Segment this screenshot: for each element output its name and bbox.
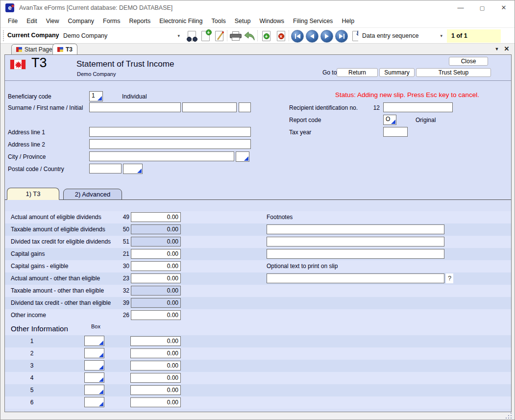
recipient-id-label: Recipient identification no. <box>289 104 358 111</box>
goto-trust-setup-button[interactable]: Trust Setup <box>416 68 491 77</box>
beneficiary-code-combo[interactable]: 1 <box>89 91 103 101</box>
add-slip-button[interactable]: + <box>259 29 273 43</box>
slip-amount-field[interactable] <box>131 310 181 320</box>
other-information-box-combo[interactable] <box>84 348 104 358</box>
menu-item-filing-services[interactable]: Filing Services <box>289 15 337 27</box>
page-icon <box>188 31 196 41</box>
other-information-title: Other Information <box>11 324 68 333</box>
slip-amount-field[interactable] <box>131 224 181 234</box>
address2-label: Address line 2 <box>8 141 45 148</box>
record-position: 1 of 1 <box>447 29 501 43</box>
resize-grip[interactable] <box>511 418 512 419</box>
footnote-field[interactable] <box>267 224 444 234</box>
maximize-button[interactable]: ▢ <box>471 0 493 15</box>
sequence-select[interactable]: Data entry sequence ▾ <box>358 30 445 42</box>
slip-row: Dividend tax credit - other than eligibl… <box>5 297 511 309</box>
tab-list-chevron-icon[interactable]: ▼ <box>493 44 501 54</box>
other-information-box-combo[interactable] <box>84 372 104 383</box>
other-information-box-combo[interactable] <box>84 397 104 407</box>
subtab-advanced[interactable]: 2) Advanced <box>63 189 122 200</box>
tab-t3[interactable]: T3 <box>52 44 77 54</box>
menu-item-forms[interactable]: Forms <box>98 15 124 27</box>
other-information-row-number: 2 <box>5 350 59 357</box>
address1-label: Address line 1 <box>8 129 45 136</box>
toolbar-grip[interactable] <box>3 30 4 41</box>
footnote-field[interactable] <box>267 249 444 259</box>
other-information-row-number: 6 <box>5 399 59 406</box>
menu-item-tools[interactable]: Tools <box>207 15 230 27</box>
page-icon: × <box>277 31 285 41</box>
find-company-button[interactable] <box>185 29 198 43</box>
page-icon: + <box>262 31 270 41</box>
optional-text-field[interactable] <box>267 273 444 283</box>
country-combo[interactable] <box>123 164 143 174</box>
other-information-row-number: 1 <box>5 338 59 345</box>
tab-close-icon[interactable]: ✕ <box>503 44 511 54</box>
initial-field[interactable] <box>239 102 251 112</box>
close-form-button[interactable]: Close <box>449 57 488 66</box>
company-select[interactable]: Demo Company ▾ <box>59 30 183 42</box>
undo-button[interactable] <box>243 29 256 43</box>
slip-amount-field[interactable] <box>131 249 181 259</box>
city-field[interactable] <box>89 151 234 161</box>
recipient-id-field[interactable] <box>383 102 453 112</box>
menu-item-reports[interactable]: Reports <box>125 15 155 27</box>
menu-item-electronic-filing[interactable]: Electronic Filing <box>155 15 207 27</box>
delete-slip-button[interactable]: × <box>274 29 288 43</box>
other-information-amount-field[interactable] <box>130 385 181 395</box>
postal-code-field[interactable] <box>89 164 122 173</box>
first-name-field[interactable] <box>182 102 237 112</box>
slip-amount-field[interactable] <box>131 286 181 296</box>
other-information-box-combo[interactable] <box>84 360 104 371</box>
print-button[interactable] <box>229 29 243 43</box>
minimize-button[interactable]: — <box>450 0 471 15</box>
other-information-amount-field[interactable] <box>130 373 181 383</box>
goto-summary-button[interactable]: Summary <box>379 68 415 77</box>
slip-box-number: 21 <box>119 250 129 257</box>
close-window-button[interactable]: ✕ <box>493 0 515 15</box>
last-slip-button[interactable] <box>335 29 348 43</box>
slip-amount-field[interactable] <box>131 298 181 308</box>
help-icon[interactable]: ? <box>446 273 453 283</box>
beneficiary-code-description: Individual <box>122 93 147 100</box>
slip-amount-field[interactable] <box>131 273 181 283</box>
province-combo[interactable] <box>236 151 249 162</box>
other-information-amount-field[interactable] <box>130 361 181 371</box>
menu-item-company[interactable]: Company <box>64 15 99 27</box>
edit-company-button[interactable] <box>212 29 226 43</box>
report-code-label: Report code <box>289 117 321 124</box>
menu-item-view[interactable]: View <box>42 15 64 27</box>
other-information-box-combo[interactable] <box>84 336 104 346</box>
other-information-box-combo[interactable] <box>84 385 104 395</box>
slip-amount-field[interactable] <box>131 261 181 271</box>
other-information-amount-field[interactable] <box>130 348 181 358</box>
tax-year-field[interactable] <box>383 127 408 137</box>
last-icon <box>335 30 348 43</box>
menu-item-file[interactable]: File <box>3 15 22 27</box>
slip-box-number: 30 <box>119 263 129 270</box>
previous-slip-button[interactable] <box>305 29 319 43</box>
other-information-row-number: 5 <box>5 387 59 394</box>
other-information-amount-field[interactable] <box>130 397 181 407</box>
menu-item-setup[interactable]: Setup <box>230 15 255 27</box>
first-slip-button[interactable] <box>291 29 304 43</box>
menu-item-windows[interactable]: Windows <box>255 15 289 27</box>
slip-box-number: 39 <box>119 299 129 306</box>
menu-item-help[interactable]: Help <box>337 15 359 27</box>
slip-box-number: 23 <box>119 275 129 282</box>
footnote-field[interactable] <box>267 237 444 247</box>
address2-field[interactable] <box>89 139 251 149</box>
next-slip-button[interactable] <box>320 29 334 43</box>
tab-start-page[interactable]: Start Page <box>11 44 57 54</box>
menu-item-edit[interactable]: Edit <box>22 15 42 27</box>
goto-return-button[interactable]: Return <box>337 68 378 77</box>
add-company-button[interactable]: + <box>198 29 212 43</box>
tab-start-page-label: Start Page <box>25 46 52 53</box>
surname-field[interactable] <box>89 102 181 112</box>
other-information-amount-field[interactable] <box>130 336 181 346</box>
address1-field[interactable] <box>89 127 251 137</box>
report-code-combo[interactable]: O <box>383 115 396 125</box>
slip-amount-field[interactable] <box>131 212 181 222</box>
slip-amount-field[interactable] <box>131 237 181 247</box>
subtab-t3[interactable]: 1) T3 <box>7 188 59 200</box>
